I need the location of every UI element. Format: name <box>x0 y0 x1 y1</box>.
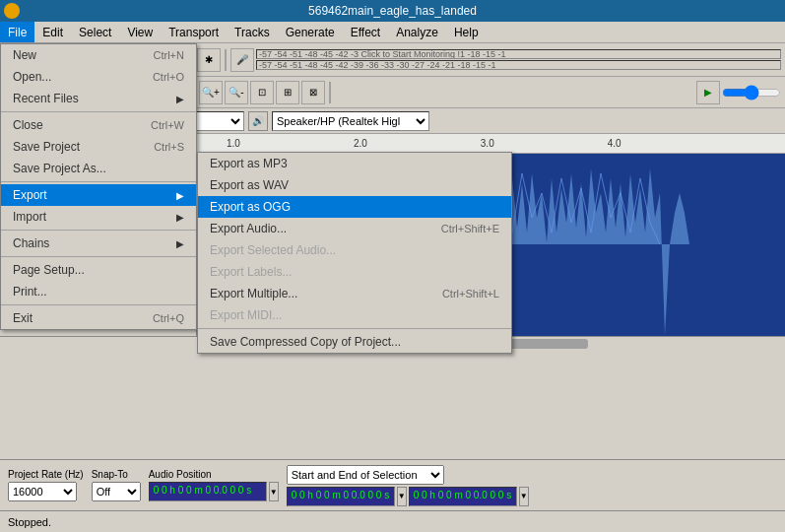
ruler-mark-1: 1.0 <box>227 138 240 149</box>
snap-to-select[interactable]: Off <box>92 482 141 501</box>
zoom-sel-button[interactable]: ⊞ <box>276 81 299 104</box>
volume-area: ▶ <box>696 81 781 104</box>
menu-item-save[interactable]: Save Project Ctrl+S <box>1 136 196 158</box>
menu-edit[interactable]: Edit <box>34 22 71 42</box>
menu-item-open[interactable]: Open... Ctrl+O <box>1 66 196 88</box>
submenu-export-selected: Export Selected Audio... <box>198 239 511 261</box>
app-icon <box>4 3 20 19</box>
project-rate-group: Project Rate (Hz) 16000 <box>8 469 84 501</box>
sep-4 <box>1 256 196 257</box>
ruler-mark-3: 3.0 <box>481 138 494 149</box>
play-button[interactable]: ▶ <box>696 81 720 104</box>
zoom-out2-button[interactable]: 🔍- <box>225 81 248 104</box>
menu-file[interactable]: File <box>0 22 34 42</box>
submenu-export-ogg[interactable]: Export as OGG <box>198 196 511 218</box>
selection-displays: 0 0 h 0 0 m 0 0.0 0 0 s ▼ 0 0 h 0 0 m 0 … <box>287 487 529 506</box>
menu-item-recent[interactable]: Recent Files ▶ <box>1 88 196 109</box>
menu-analyze[interactable]: Analyze <box>388 22 446 42</box>
zoom-full-button[interactable]: ⊠ <box>301 81 325 104</box>
selection-start-display: 0 0 h 0 0 m 0 0.0 0 0 s <box>287 487 395 506</box>
menu-item-exit[interactable]: Exit Ctrl+Q <box>1 307 196 329</box>
bottom-controls: Project Rate (Hz) 16000 Snap-To Off Audi… <box>0 459 785 510</box>
ruler-mark-4: 4.0 <box>608 138 621 149</box>
vu-meter-1: -57 -54 -51 -48 -45 -42 -3 Click to Star… <box>256 49 781 59</box>
audio-pos-dropdown[interactable]: ▼ <box>269 482 279 501</box>
submenu-export-multiple[interactable]: Export Multiple... Ctrl+Shift+L <box>198 283 511 304</box>
selection-range-group: Start and End of Selection 0 0 h 0 0 m 0… <box>287 465 529 506</box>
submenu-sep <box>198 328 511 329</box>
project-rate-select[interactable]: 16000 <box>8 482 77 501</box>
menu-help[interactable]: Help <box>446 22 487 42</box>
ruler-labels: 1.0 2.0 3.0 4.0 <box>197 138 785 149</box>
submenu-export-mp3[interactable]: Export as MP3 <box>198 153 511 174</box>
ruler-mark-2: 2.0 <box>354 138 367 149</box>
sep-2 <box>1 181 196 182</box>
output-device-select[interactable]: Speaker/HP (Realtek Higl <box>272 111 429 131</box>
sep5 <box>329 82 331 103</box>
menu-item-close[interactable]: Close Ctrl+W <box>1 114 196 136</box>
status-text: Stopped. <box>8 516 51 528</box>
project-rate-label: Project Rate (Hz) <box>8 469 84 480</box>
status-bar: Stopped. <box>0 510 785 532</box>
audio-position-display: 0 0 h 0 0 m 0 0.0 0 0 s <box>149 482 267 501</box>
menu-select[interactable]: Select <box>71 22 119 42</box>
zoom-in2-button[interactable]: 🔍+ <box>199 81 223 104</box>
menu-tracks[interactable]: Tracks <box>227 22 278 42</box>
menu-item-new[interactable]: New Ctrl+N <box>1 44 196 66</box>
sep-5 <box>1 304 196 305</box>
vu-meter-2: -57 -54 -51 -48 -45 -42 -39 -36 -33 -30 … <box>256 60 781 70</box>
selection-end-display: 0 0 h 0 0 m 0 0.0 0 0 s <box>409 487 517 506</box>
sep-1 <box>1 111 196 112</box>
menu-generate[interactable]: Generate <box>278 22 343 42</box>
menu-transport[interactable]: Transport <box>161 22 227 42</box>
submenu-export-wav[interactable]: Export as WAV <box>198 174 511 196</box>
menu-item-chains[interactable]: Chains ▶ <box>1 233 196 254</box>
zoom-fit-button[interactable]: ⊡ <box>250 81 274 104</box>
export-submenu: Export as MP3 Export as WAV Export as OG… <box>197 152 512 354</box>
audio-position-label: Audio Position <box>149 469 279 480</box>
submenu-export-midi: Export MIDI... <box>198 304 511 326</box>
audio-position-group: Audio Position 0 0 h 0 0 m 0 0.0 0 0 s ▼ <box>149 469 279 501</box>
title-bar: 569462main_eagle_has_landed <box>0 0 785 22</box>
selection-type-select[interactable]: Start and End of Selection <box>287 465 444 485</box>
sel-end-dropdown[interactable]: ▼ <box>519 487 529 506</box>
vu-meters: -57 -54 -51 -48 -45 -42 -3 Click to Star… <box>256 49 781 70</box>
menu-item-import[interactable]: Import ▶ <box>1 206 196 228</box>
file-dropdown: New Ctrl+N Open... Ctrl+O Recent Files ▶… <box>0 43 197 330</box>
sel-start-dropdown[interactable]: ▼ <box>397 487 407 506</box>
submenu-export-labels: Export Labels... <box>198 261 511 283</box>
ruler: 1.0 2.0 3.0 4.0 <box>197 134 785 154</box>
snap-to-group: Snap-To Off <box>92 469 141 501</box>
toolbar-sep2 <box>225 49 227 71</box>
menu-item-saveas[interactable]: Save Project As... <box>1 158 196 179</box>
menu-item-pagesetup[interactable]: Page Setup... <box>1 259 196 281</box>
speaker-icon: 🔊 <box>248 111 268 131</box>
snap-to-label: Snap-To <box>92 469 141 480</box>
window-title: 569462main_eagle_has_landed <box>308 4 477 18</box>
menu-effect[interactable]: Effect <box>343 22 388 42</box>
audio-position-input-group: 0 0 h 0 0 m 0 0.0 0 0 s ▼ <box>149 482 279 501</box>
menu-view[interactable]: View <box>119 22 161 42</box>
mic-icon: 🎤 <box>230 48 254 72</box>
multi-tool-button[interactable]: ✱ <box>197 48 221 72</box>
volume-slider[interactable] <box>722 87 781 99</box>
submenu-export-audio[interactable]: Export Audio... Ctrl+Shift+E <box>198 218 511 239</box>
menu-item-print[interactable]: Print... <box>1 281 196 302</box>
submenu-save-compressed[interactable]: Save Compressed Copy of Project... <box>198 331 511 353</box>
menu-item-export[interactable]: Export ▶ <box>1 184 196 206</box>
sep-3 <box>1 230 196 231</box>
menu-bar: File Edit Select View Transport Tracks G… <box>0 22 785 43</box>
